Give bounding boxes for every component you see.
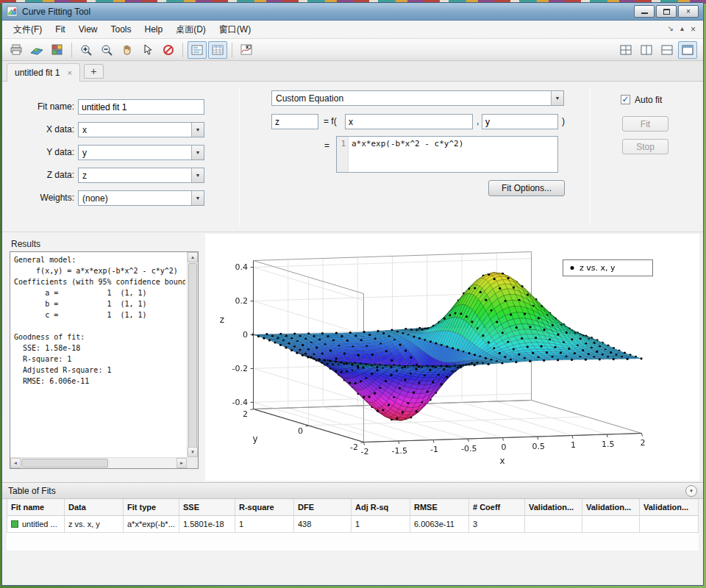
chevron-down-icon: ▼ xyxy=(689,489,693,493)
menu-close-icon[interactable]: × xyxy=(691,24,696,35)
cell-validation-1 xyxy=(525,516,582,533)
vertical-scroll-thumb[interactable] xyxy=(188,263,197,448)
col-num-coeff: # Coeff xyxy=(469,499,525,516)
toolbar xyxy=(2,39,703,61)
scroll-right-button[interactable]: ► xyxy=(176,458,187,468)
surface-plot[interactable] xyxy=(205,234,699,481)
print-button[interactable] xyxy=(7,41,26,59)
independent1-input[interactable] xyxy=(345,114,473,129)
x-data-label: X data: xyxy=(10,124,74,135)
cell-num-coeff: 3 xyxy=(469,516,525,533)
equation-text[interactable]: a*x*exp(-b*x^2 - c*y^2) xyxy=(349,137,466,172)
curve-fitting-tool-window: Curve Fitting Tool × 文件(F) Fit View Tool… xyxy=(1,2,704,586)
dependent-variable-input[interactable] xyxy=(271,114,318,129)
legend-toggle[interactable] xyxy=(237,41,256,59)
col-fit-type: Fit type xyxy=(124,499,179,516)
tab-strip: untitled fit 1 × + xyxy=(2,61,703,82)
fits-table: Fit name Data Fit type SSE R-square DFE … xyxy=(7,499,699,533)
layout-grid-button[interactable] xyxy=(616,41,635,59)
tab-untitled-fit-1[interactable]: untitled fit 1 × xyxy=(7,63,80,82)
col-validation-3: Validation... xyxy=(640,499,699,516)
fit-settings-panel: Fit name: X data: x ▼ Y data: y ▼ Z data… xyxy=(2,82,703,232)
maximize-button[interactable] xyxy=(656,5,677,18)
menu-item-fit[interactable]: Fit xyxy=(49,21,71,37)
fit-status-icon xyxy=(11,520,18,528)
col-validation-2: Validation... xyxy=(582,499,640,516)
chevron-down-icon[interactable]: ▼ xyxy=(191,123,204,137)
exclude-icon xyxy=(162,43,175,57)
independent2-input[interactable] xyxy=(482,114,558,129)
col-rmse: RMSE xyxy=(410,499,469,516)
auto-fit-checkbox[interactable]: ✓ xyxy=(621,95,630,104)
tab-close-icon[interactable]: × xyxy=(67,68,71,77)
chevron-down-icon[interactable]: ▼ xyxy=(191,191,204,205)
menu-item-window[interactable]: 窗口(W) xyxy=(213,21,257,39)
y-data-label: Y data: xyxy=(10,147,74,157)
table-of-fits-toggle[interactable] xyxy=(208,41,227,59)
equation-editor[interactable]: 1 a*x*exp(-b*x^2 - c*y^2) xyxy=(336,136,558,173)
menu-item-help[interactable]: Help xyxy=(138,21,169,37)
scroll-left-button[interactable]: ◄ xyxy=(10,458,21,468)
y-data-value: y xyxy=(79,146,191,159)
panel-separator xyxy=(239,87,240,226)
stop-button[interactable]: Stop xyxy=(622,139,668,154)
zoom-in-button[interactable] xyxy=(76,41,96,59)
title-bar[interactable]: Curve Fitting Tool × xyxy=(2,3,703,21)
table-of-fits-bar: Table of Fits ▼ xyxy=(2,482,703,499)
menu-item-file[interactable]: 文件(F) xyxy=(7,21,49,39)
col-validation-1: Validation... xyxy=(525,499,582,516)
grid-layout-icon xyxy=(619,44,632,56)
new-tab-button[interactable]: + xyxy=(84,64,104,79)
cell-validation-3 xyxy=(640,516,699,533)
layout-columns-button[interactable] xyxy=(637,41,656,59)
chevron-down-icon[interactable]: ▼ xyxy=(191,168,204,182)
fit-settings-toggle[interactable] xyxy=(188,41,207,59)
table-empty-area xyxy=(7,533,699,551)
rows-layout-icon xyxy=(660,44,674,56)
y-data-dropdown[interactable]: y ▼ xyxy=(78,145,204,160)
colormap-button[interactable] xyxy=(48,41,67,59)
cell-fit-name: untitled ... xyxy=(7,516,65,533)
horizontal-scroll-thumb[interactable] xyxy=(21,459,108,467)
results-horizontal-scrollbar[interactable]: ◄ ► xyxy=(10,457,187,468)
col-sse: SSE xyxy=(179,499,235,516)
fit-options-button[interactable]: Fit Options... xyxy=(488,180,565,196)
close-button[interactable]: × xyxy=(678,5,699,18)
layout-single-button[interactable] xyxy=(678,41,697,59)
zoom-out-button[interactable] xyxy=(97,41,116,59)
z-data-dropdown[interactable]: z ▼ xyxy=(78,168,204,183)
chevron-down-icon[interactable]: ▼ xyxy=(551,91,563,105)
legend-icon xyxy=(240,43,253,57)
datacursor-button[interactable] xyxy=(138,41,157,59)
fit-name-input[interactable] xyxy=(78,99,204,115)
equation-type-dropdown[interactable]: Custom Equation ▼ xyxy=(271,90,564,106)
results-vertical-scrollbar[interactable]: ▲ ▼ xyxy=(187,252,198,457)
plot-panel xyxy=(205,234,699,481)
scroll-up-button[interactable]: ▲ xyxy=(188,252,198,262)
pin-icon[interactable]: ▴ xyxy=(680,24,684,35)
comma-label: , xyxy=(477,116,479,126)
scroll-down-button[interactable]: ▼ xyxy=(188,447,198,457)
table-of-fits-title: Table of Fits xyxy=(8,486,56,496)
minimize-button[interactable] xyxy=(634,5,655,18)
z-data-value: z xyxy=(79,168,191,182)
collapse-table-button[interactable]: ▼ xyxy=(685,485,697,497)
weights-dropdown[interactable]: (none) ▼ xyxy=(78,190,204,206)
f-of-label: = f( xyxy=(324,116,337,126)
chevron-down-icon[interactable]: ▼ xyxy=(191,146,204,159)
fit-button[interactable]: Fit xyxy=(622,116,668,132)
layout-rows-button[interactable] xyxy=(657,41,677,59)
pan-button[interactable] xyxy=(118,41,137,59)
x-data-dropdown[interactable]: x ▼ xyxy=(78,122,204,137)
menu-item-tools[interactable]: Tools xyxy=(104,21,138,37)
exclude-button[interactable] xyxy=(159,41,178,59)
dock-icon[interactable]: ↘ xyxy=(668,24,674,35)
toolbar-separator xyxy=(232,43,232,57)
plot-style-button[interactable] xyxy=(27,41,46,59)
equation-line-number: 1 xyxy=(337,137,349,172)
panel-separator xyxy=(590,87,591,226)
check-icon: ✓ xyxy=(621,94,629,104)
menu-item-view[interactable]: View xyxy=(72,21,104,37)
menu-item-desktop[interactable]: 桌面(D) xyxy=(169,21,213,39)
table-row[interactable]: untitled ... z vs. x, y a*x*exp(-b*... 1… xyxy=(7,516,699,533)
